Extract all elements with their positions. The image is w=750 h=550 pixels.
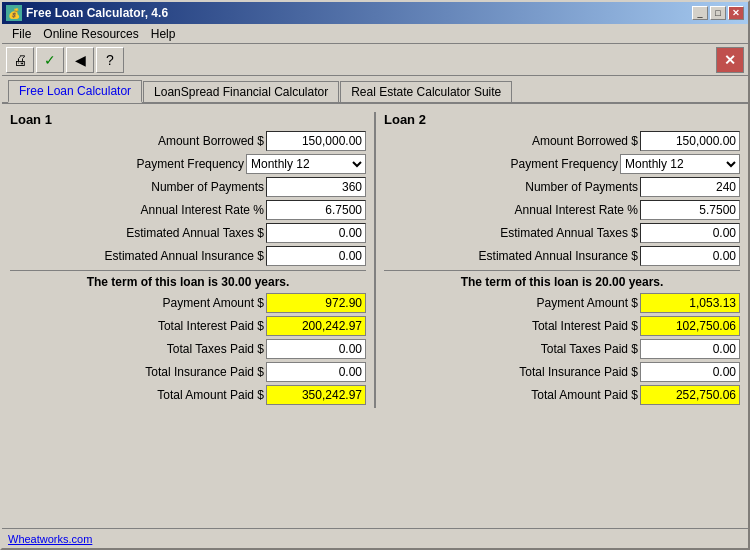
loan1-taxes-input[interactable]	[266, 223, 366, 243]
loan1-frequency-label: Payment Frequency	[10, 157, 244, 171]
loan2-total-insurance-row: Total Insurance Paid $	[384, 362, 740, 382]
loan1-total-insurance-row: Total Insurance Paid $	[10, 362, 366, 382]
check-button[interactable]: ✓	[36, 47, 64, 73]
close-button[interactable]: ✕	[728, 6, 744, 20]
loan2-insurance-row: Estimated Annual Insurance $	[384, 246, 740, 266]
menu-online-resources[interactable]: Online Resources	[37, 26, 144, 42]
title-bar-buttons: _ □ ✕	[692, 6, 744, 20]
panel-divider	[374, 112, 376, 408]
app-icon: 💰	[6, 5, 22, 21]
loan2-divider	[384, 270, 740, 271]
loan2-total-taxes-result[interactable]	[640, 339, 740, 359]
loan2-total-insurance-label: Total Insurance Paid $	[384, 365, 638, 379]
loan2-frequency-label: Payment Frequency	[384, 157, 618, 171]
loan2-interest-input[interactable]	[640, 200, 740, 220]
loan2-taxes-row: Estimated Annual Taxes $	[384, 223, 740, 243]
loan1-amount-label: Amount Borrowed $	[10, 134, 264, 148]
loan1-payment-amount-row: Payment Amount $	[10, 293, 366, 313]
loan1-total-amount-label: Total Amount Paid $	[10, 388, 264, 402]
loan2-taxes-label: Estimated Annual Taxes $	[384, 226, 638, 240]
loan1-interest-label: Annual Interest Rate %	[10, 203, 264, 217]
maximize-button[interactable]: □	[710, 6, 726, 20]
loan1-title: Loan 1	[10, 112, 366, 127]
loan2-payments-row: Number of Payments	[384, 177, 740, 197]
loan1-frequency-select[interactable]: Monthly 12 Biweekly 26 Weekly 52	[246, 154, 366, 174]
minimize-button[interactable]: _	[692, 6, 708, 20]
loan1-payments-label: Number of Payments	[10, 180, 264, 194]
loan1-payment-amount-result[interactable]	[266, 293, 366, 313]
toolbar-close-button[interactable]: ✕	[716, 47, 744, 73]
print-button[interactable]: 🖨	[6, 47, 34, 73]
loan1-total-taxes-label: Total Taxes Paid $	[10, 342, 264, 356]
menu-help[interactable]: Help	[145, 26, 182, 42]
loan2-amount-input[interactable]	[640, 131, 740, 151]
loan1-panel: Loan 1 Amount Borrowed $ Payment Frequen…	[10, 112, 366, 408]
loan2-interest-label: Annual Interest Rate %	[384, 203, 638, 217]
loan2-payment-amount-label: Payment Amount $	[384, 296, 638, 310]
loan1-total-amount-result[interactable]	[266, 385, 366, 405]
back-button[interactable]: ◀	[66, 47, 94, 73]
main-content: Loan 1 Amount Borrowed $ Payment Frequen…	[2, 104, 748, 416]
loan2-interest-row: Annual Interest Rate %	[384, 200, 740, 220]
loan1-payments-input[interactable]	[266, 177, 366, 197]
loan2-frequency-select[interactable]: Monthly 12 Biweekly 26 Weekly 52	[620, 154, 740, 174]
loan1-total-insurance-result[interactable]	[266, 362, 366, 382]
loan2-payment-amount-result[interactable]	[640, 293, 740, 313]
toolbar: 🖨 ✓ ◀ ? ✕	[2, 44, 748, 76]
loan1-total-insurance-label: Total Insurance Paid $	[10, 365, 264, 379]
loan2-total-taxes-label: Total Taxes Paid $	[384, 342, 638, 356]
loan1-total-interest-row: Total Interest Paid $	[10, 316, 366, 336]
loan2-total-interest-label: Total Interest Paid $	[384, 319, 638, 333]
loan2-total-interest-row: Total Interest Paid $	[384, 316, 740, 336]
loan1-payments-row: Number of Payments	[10, 177, 366, 197]
window-title: Free Loan Calculator, 4.6	[26, 6, 692, 20]
loan1-total-taxes-result[interactable]	[266, 339, 366, 359]
footer-link[interactable]: Wheatworks.com	[8, 533, 92, 545]
loan1-total-taxes-row: Total Taxes Paid $	[10, 339, 366, 359]
loan2-total-amount-row: Total Amount Paid $	[384, 385, 740, 405]
loan1-total-interest-result[interactable]	[266, 316, 366, 336]
loan1-term: The term of this loan is 30.00 years.	[10, 275, 366, 289]
loan1-interest-input[interactable]	[266, 200, 366, 220]
loan2-frequency-row: Payment Frequency Monthly 12 Biweekly 26…	[384, 154, 740, 174]
loan1-frequency-row: Payment Frequency Monthly 12 Biweekly 26…	[10, 154, 366, 174]
loan2-total-taxes-row: Total Taxes Paid $	[384, 339, 740, 359]
help-button[interactable]: ?	[96, 47, 124, 73]
loan1-interest-row: Annual Interest Rate %	[10, 200, 366, 220]
loan1-total-amount-row: Total Amount Paid $	[10, 385, 366, 405]
loan2-total-amount-result[interactable]	[640, 385, 740, 405]
menu-bar: File Online Resources Help	[2, 24, 748, 44]
footer: Wheatworks.com	[2, 528, 748, 548]
menu-file[interactable]: File	[6, 26, 37, 42]
loan1-payment-amount-label: Payment Amount $	[10, 296, 264, 310]
loan2-payments-input[interactable]	[640, 177, 740, 197]
tab-bar: Free Loan Calculator LoanSpread Financia…	[2, 76, 748, 104]
loan1-insurance-row: Estimated Annual Insurance $	[10, 246, 366, 266]
tab-real-estate[interactable]: Real Estate Calculator Suite	[340, 81, 512, 102]
loan2-term: The term of this loan is 20.00 years.	[384, 275, 740, 289]
loan2-insurance-input[interactable]	[640, 246, 740, 266]
loan1-amount-row: Amount Borrowed $	[10, 131, 366, 151]
loan2-insurance-label: Estimated Annual Insurance $	[384, 249, 638, 263]
loan1-divider	[10, 270, 366, 271]
loan2-amount-row: Amount Borrowed $	[384, 131, 740, 151]
loan2-amount-label: Amount Borrowed $	[384, 134, 638, 148]
loan2-total-interest-result[interactable]	[640, 316, 740, 336]
loan1-insurance-label: Estimated Annual Insurance $	[10, 249, 264, 263]
loan1-total-interest-label: Total Interest Paid $	[10, 319, 264, 333]
tab-loanspread[interactable]: LoanSpread Financial Calculator	[143, 81, 339, 102]
loan2-payments-label: Number of Payments	[384, 180, 638, 194]
tab-free-loan-calculator[interactable]: Free Loan Calculator	[8, 80, 142, 103]
loan2-title: Loan 2	[384, 112, 740, 127]
loan2-total-amount-label: Total Amount Paid $	[384, 388, 638, 402]
loan1-amount-input[interactable]	[266, 131, 366, 151]
loan1-taxes-row: Estimated Annual Taxes $	[10, 223, 366, 243]
loan2-panel: Loan 2 Amount Borrowed $ Payment Frequen…	[384, 112, 740, 408]
loan1-insurance-input[interactable]	[266, 246, 366, 266]
title-bar: 💰 Free Loan Calculator, 4.6 _ □ ✕	[2, 2, 748, 24]
loan2-total-insurance-result[interactable]	[640, 362, 740, 382]
loan2-taxes-input[interactable]	[640, 223, 740, 243]
loan1-taxes-label: Estimated Annual Taxes $	[10, 226, 264, 240]
loan2-payment-amount-row: Payment Amount $	[384, 293, 740, 313]
